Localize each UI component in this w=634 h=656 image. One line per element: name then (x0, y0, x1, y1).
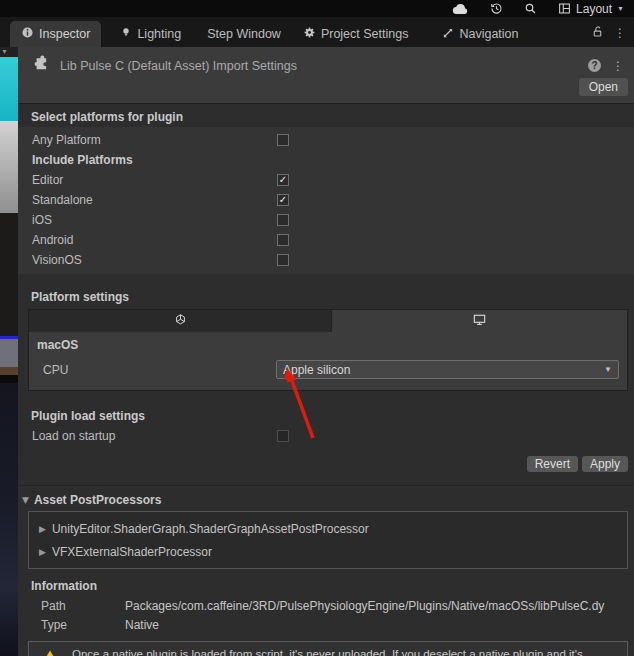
row-label: iOS (32, 213, 277, 227)
ios-checkbox[interactable] (277, 214, 289, 226)
asset-postprocessors-foldout[interactable]: ▼ Asset PostProcessors (18, 486, 634, 510)
macos-group-label: macOS (29, 338, 627, 352)
editor-checkbox[interactable]: ✓ (277, 174, 289, 186)
bulb-icon (120, 26, 132, 42)
tab-label: Lighting (137, 27, 181, 41)
revert-button[interactable]: Revert (527, 456, 578, 472)
background-scene-dark (0, 213, 18, 336)
section-information-title: Information (18, 569, 634, 596)
cpu-row: CPU Apple silicon ▼ (29, 360, 627, 379)
type-value: Native (125, 618, 634, 632)
postprocessor-name: VFXExternalShaderProcessor (52, 545, 212, 559)
tab-label: Navigation (459, 27, 518, 41)
load-on-startup-label: Load on startup (32, 429, 277, 443)
platform-settings-box: macOS CPU Apple silicon ▼ (28, 309, 628, 391)
platform-row-standalone: Standalone ✓ (18, 190, 634, 210)
section-platform-settings-title: Platform settings (18, 274, 634, 307)
search-icon[interactable] (524, 2, 537, 15)
background-gray-band (0, 339, 18, 367)
layout-label: Layout (576, 2, 612, 16)
unity-cube-icon (174, 313, 187, 329)
tab-project-settings[interactable]: Project Settings (292, 21, 420, 47)
platform-rows: Any Platform Include Platforms Editor ✓ … (18, 127, 634, 274)
foldout-closed-icon: ▶ (39, 524, 46, 534)
action-buttons: Revert Apply (18, 456, 628, 472)
background-black-band (0, 375, 18, 383)
postprocessor-item[interactable]: ▶ VFXExternalShaderProcessor (29, 540, 627, 563)
layout-dropdown[interactable]: Layout ▼ (558, 2, 624, 16)
platform-row-visionos: VisionOS (18, 250, 634, 270)
asset-header: Lib Pulse C (Default Asset) Import Setti… (18, 47, 634, 104)
platform-tab-editor[interactable] (29, 310, 332, 332)
page-title: Lib Pulse C (Default Asset) Import Setti… (60, 59, 577, 73)
asset-postprocessors-title: Asset PostProcessors (34, 493, 161, 507)
platform-row-ios: iOS (18, 210, 634, 230)
navigation-icon (442, 27, 454, 42)
help-icon[interactable]: ? (588, 59, 601, 72)
background-navy-band (0, 383, 18, 656)
visionos-checkbox[interactable] (277, 254, 289, 266)
cpu-label: CPU (29, 363, 276, 377)
postprocessors-box: ▶ UnityEditor.ShaderGraph.ShaderGraphAss… (28, 511, 628, 569)
type-label: Type (41, 618, 125, 632)
row-label: Android (32, 233, 277, 247)
android-checkbox[interactable] (277, 234, 289, 246)
native-plugin-warning: Once a native plugin is loaded from scri… (28, 641, 628, 656)
platform-row-android: Android (18, 230, 634, 250)
tab-navigation[interactable]: Navigation (431, 21, 529, 47)
tab-inspector[interactable]: Inspector (10, 21, 101, 47)
tab-lighting[interactable]: Lighting (109, 21, 192, 47)
warning-text: Once a native plugin is loaded from scri… (72, 647, 619, 656)
tab-label: Project Settings (321, 27, 409, 41)
section-select-platforms-title: Select platforms for plugin (18, 104, 634, 127)
plugin-puzzle-icon (30, 54, 49, 77)
path-label: Path (41, 599, 125, 613)
gear-icon (303, 26, 316, 42)
unlock-icon[interactable] (591, 24, 604, 42)
apply-button[interactable]: Apply (582, 456, 628, 472)
main-toolbar: Layout ▼ (0, 0, 634, 17)
info-type-row: Type Native (18, 615, 634, 634)
background-peek: ▼ (0, 47, 18, 656)
cpu-dropdown[interactable]: Apple silicon ▼ (276, 360, 619, 379)
row-label: VisionOS (32, 253, 277, 267)
path-value: Packages/com.caffeine/3RD/PulsePhysiolog… (125, 599, 634, 613)
any-platform-checkbox[interactable] (277, 134, 289, 146)
section-plugin-load-title: Plugin load settings (18, 391, 634, 426)
dropdown-caret-icon: ▼ (604, 365, 612, 374)
foldout-closed-icon: ▶ (39, 547, 46, 557)
layout-grid-icon (558, 2, 571, 15)
platform-row-editor: Editor ✓ (18, 170, 634, 190)
tab-menu-kebab-icon[interactable]: ⋮ (614, 27, 626, 39)
background-foldout-icon: ▼ (0, 47, 18, 57)
inspector-panel: Lib Pulse C (Default Asset) Import Setti… (18, 47, 634, 656)
tab-label: Inspector (39, 27, 90, 41)
history-icon[interactable] (490, 2, 503, 15)
cloud-icon[interactable] (452, 3, 469, 15)
open-button[interactable]: Open (579, 78, 628, 96)
load-on-startup-checkbox[interactable] (277, 430, 289, 442)
postprocessor-name: UnityEditor.ShaderGraph.ShaderGraphAsset… (52, 522, 369, 536)
warning-triangle-icon (37, 649, 63, 656)
cpu-dropdown-value: Apple silicon (283, 363, 604, 377)
platform-tabs (29, 310, 627, 332)
postprocessor-item[interactable]: ▶ UnityEditor.ShaderGraph.ShaderGraphAss… (29, 517, 627, 540)
tab-step-window[interactable]: Step Window (196, 21, 292, 47)
row-label: Standalone (32, 193, 277, 207)
platform-tab-standalone[interactable] (332, 310, 627, 332)
foldout-open-icon: ▼ (22, 495, 29, 505)
chevron-down-icon: ▼ (617, 5, 624, 12)
header-kebab-icon[interactable]: ⋮ (612, 60, 624, 72)
inspector-body: Select platforms for plugin Any Platform… (18, 104, 634, 656)
platform-row-any: Any Platform (18, 130, 634, 150)
background-brown-band (0, 367, 18, 375)
monitor-icon (472, 312, 487, 330)
tab-label: Step Window (207, 27, 281, 41)
row-label: Any Platform (32, 133, 277, 147)
background-scene-light (0, 121, 18, 213)
info-path-row: Path Packages/com.caffeine/3RD/PulsePhys… (18, 596, 634, 615)
platform-tab-panel: macOS CPU Apple silicon ▼ (29, 332, 627, 390)
standalone-checkbox[interactable]: ✓ (277, 194, 289, 206)
row-label: Include Platforms (32, 153, 277, 167)
unity-editor-window: Layout ▼ Inspector Lighting Step Window … (0, 0, 634, 656)
